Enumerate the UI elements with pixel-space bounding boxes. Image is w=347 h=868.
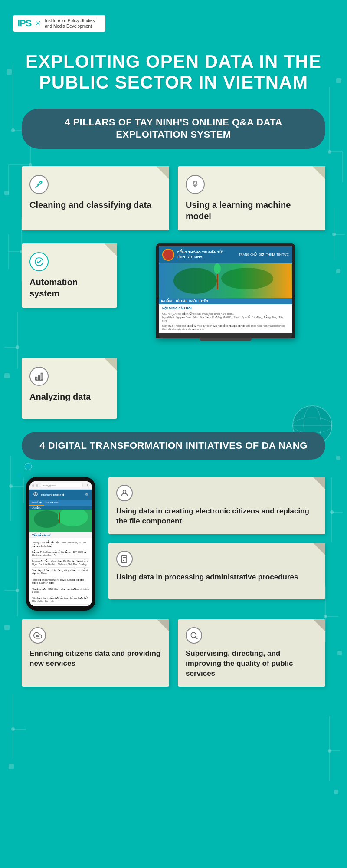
dt-bottom-cards: Enriching citizens data and providing ne…: [13, 619, 334, 687]
svg-text:ĐÀ NẴNG: ĐÀ NẴNG: [32, 506, 42, 509]
cleaning-icon-circle: [29, 175, 49, 194]
logo-subtext: Institute for Policy Studies and Media D…: [45, 18, 101, 29]
phone-section-title: Vấn đề dân sự: [29, 532, 92, 538]
svg-point-82: [123, 490, 126, 493]
dt-card-admin-procedures: Using data in processing administrative …: [108, 543, 325, 599]
laptop-nav-label: ▶ CỔNG HỎI ĐÁP TRỰC TUYẾN: [161, 299, 208, 303]
section2: 4 Digital Transformation Initiatives of …: [13, 432, 334, 687]
dt-card-enriching: Enriching citizens data and providing ne…: [22, 619, 169, 687]
dt-card-electronic-citizens: Using data in creating electronic citize…: [108, 477, 325, 534]
header: IPS ✳ Institute for Policy Studies and M…: [13, 9, 334, 38]
svg-rect-70: [41, 373, 43, 380]
phone-col: danang.gov.vn ⋮ cổng thông tin điện t: [22, 477, 100, 611]
svg-point-67: [214, 263, 221, 274]
dt-label-enriching: Enriching citizens data and providing ne…: [29, 649, 161, 669]
phone-tab-featured[interactable]: Tin nổi bật: [29, 500, 44, 506]
svg-point-89: [39, 636, 39, 637]
phone-news-list: Tháng 2 tìm hiểu về Hội Thành dân chưng …: [29, 538, 92, 606]
phone-news-item: Bộn nhưn: Bằng công nhận Kỳ Mức tại điểm…: [32, 559, 89, 568]
electronic-citizens-icon: [116, 485, 133, 501]
laptop-foot: [200, 338, 252, 341]
laptop-content: NỘI DUNG CÂU HỎI Câu hỏi: Cho tôi biết n…: [159, 304, 292, 333]
laptop-screen-header: CỔNG THÔNG TIN ĐIỆN TỬTỈNH TÂY NINH TRAN…: [159, 246, 292, 263]
phone-url-text: danang.gov.vn: [42, 484, 56, 487]
laptop-nav-item: TIN TỨC: [277, 253, 289, 256]
dt-label-electronic-citizens: Using data in creating electronic citize…: [116, 506, 318, 526]
automation-icon-circle: [29, 252, 49, 271]
laptop-frame: CỔNG THÔNG TIN ĐIỆN TỬTỈNH TÂY NINH TRAN…: [156, 243, 295, 338]
section2-header: 4 Digital Transformation Initiatives of …: [22, 432, 325, 460]
svg-point-36: [11, 727, 15, 731]
main-title: Exploiting Open Data in the Public Secto…: [13, 51, 334, 93]
svg-point-64: [174, 268, 217, 294]
svg-rect-49: [334, 790, 338, 794]
question-section-label: NỘI DUNG CÂU HỎI: [162, 306, 289, 311]
phone-screen: danang.gov.vn ⋮ cổng thông tin điện t: [29, 481, 92, 606]
logo-box: IPS ✳ Institute for Policy Studies and M…: [13, 15, 105, 32]
laptop-image: [159, 263, 292, 298]
phone-mockup: danang.gov.vn ⋮ cổng thông tin điện t: [26, 477, 95, 611]
svg-point-90: [36, 636, 37, 637]
laptop-nav-item: TRANG CHỦ: [239, 253, 257, 256]
pillar-label-cleaning: Cleaning and classifying data: [29, 199, 161, 210]
laptop-screen: CỔNG THÔNG TIN ĐIỆN TỬTỈNH TÂY NINH TRAN…: [159, 246, 292, 333]
learning-icon-circle: [186, 175, 205, 194]
dt-right-cards: Using data in creating electronic citize…: [108, 477, 325, 599]
phone-news-item: Thào gỡ khó khăn cưỡng phức: Còn bổ bổ c…: [32, 577, 89, 586]
dt-label-supervising: Supervising, directing, and improving th…: [186, 649, 318, 679]
question-meta: Câu hỏi: Cho tôi biết những ngày chưa ng…: [162, 312, 289, 323]
pillar-label-analyzing: Analyzing data: [29, 391, 109, 402]
laptop-mockup: CỔNG THÔNG TIN ĐIỆN TỬTỈNH TÂY NINH TRAN…: [126, 243, 325, 341]
phone-nav-bar: cổng thông tin điện tử 🔍: [29, 490, 92, 500]
svg-point-76: [34, 510, 60, 528]
laptop-sub-nav: ▶ CỔNG HỎI ĐÁP TRỰC TUYẾN: [159, 298, 292, 304]
svg-rect-68: [36, 377, 37, 380]
analyzing-icon-circle: [29, 367, 49, 386]
pillar-card-cleaning: Cleaning and classifying data: [22, 166, 169, 230]
pillar-card-automation: Automation system: [22, 243, 117, 308]
dt-card-supervising: Supervising, directing, and improving th…: [178, 619, 325, 687]
site-logo-circle: [162, 249, 174, 261]
pillar-label-learning: Using a learning machine model: [186, 199, 318, 222]
pillar-card-learning: Using a learning machine model: [178, 166, 325, 230]
phone-search-icon[interactable]: 🔍: [85, 493, 89, 497]
admin-procedures-icon: [116, 551, 133, 567]
nav-logo-icon: [32, 491, 39, 498]
laptop-base: [159, 333, 292, 338]
svg-point-77: [58, 507, 88, 526]
phone-url-bar: danang.gov.vn: [40, 483, 83, 487]
site-title: CỔNG THÔNG TIN ĐIỆN TỬTỈNH TÂY NINH: [177, 250, 223, 259]
browser-dot: [32, 484, 34, 487]
phone-tab-latest[interactable]: Tin mới nhất: [44, 500, 61, 506]
phone-news-item: Lễ hội Pháo Hoa quốc tế Đà Nẵng – DIT 20…: [32, 549, 89, 559]
browser-dot: [36, 484, 38, 487]
dt-label-admin-procedures: Using data in processing administrative …: [116, 572, 318, 582]
logo-icon: ✳: [35, 19, 41, 28]
svg-rect-48: [9, 764, 14, 769]
phone-news-item: Tháng 2 tìm hiểu về Hội Thành dân chưng …: [32, 540, 89, 549]
pillar-label-automation: Automation system: [29, 276, 109, 299]
pillars-grid: Cleaning and classifying data Using a le…: [13, 166, 334, 230]
pillar-card-analyzing: Analyzing data: [22, 358, 117, 419]
svg-line-92: [196, 637, 197, 639]
phone-browser-bar: danang.gov.vn ⋮: [29, 481, 92, 490]
svg-point-61: [196, 181, 197, 182]
laptop-nav-item: GIỚI THIỆU: [259, 253, 275, 256]
phone-news-item: Thường trực HĐND thành phố họp thường kỳ…: [32, 586, 89, 595]
enriching-icon: [29, 627, 46, 644]
dt-initiatives-row: danang.gov.vn ⋮ cổng thông tin điện t: [13, 477, 334, 611]
browser-menu-icon: ⋮: [86, 483, 89, 487]
svg-rect-69: [38, 375, 40, 380]
svg-point-60: [193, 181, 194, 182]
svg-point-39: [328, 749, 331, 753]
automation-laptop-section: Automation system CỔNG THÔNG TIN ĐIỆN TỬ…: [13, 243, 334, 341]
supervising-icon: [186, 627, 202, 644]
phone-news-item: Trần tấy LÊ đền nhân: Bằng năng chiều dà…: [32, 568, 89, 577]
phone-nav-logo-text: cổng thông tin điện tử: [41, 493, 64, 496]
phone-tabs: Tin nổi bật Tin mới nhất: [29, 500, 92, 506]
section1-header: 4 Pillars of Tay Ninh's Online Q&A Data …: [22, 108, 325, 149]
logo-ips-text: IPS: [17, 18, 31, 29]
analyzing-row: Analyzing data: [13, 358, 334, 419]
phone-news-item: Tiêu luật, đại ý kiến dự thảo Luật đất đ…: [32, 595, 89, 605]
phone-news-image: ĐÀ NẴNG: [29, 506, 92, 532]
